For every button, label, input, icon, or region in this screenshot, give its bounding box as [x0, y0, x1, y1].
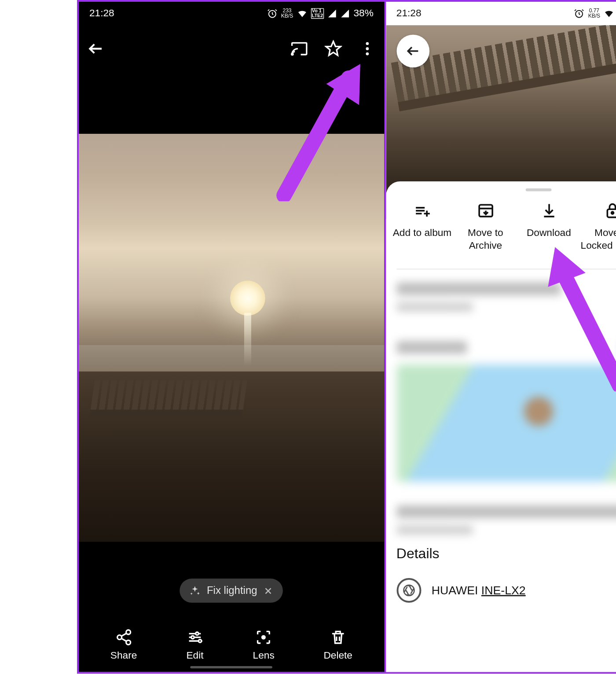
- net-speed: 0.77 KB/S: [588, 8, 600, 19]
- status-bar: 21:28 0.77 KB/S Vo 1LTE2 38%: [386, 2, 616, 25]
- alarm-icon: [267, 8, 278, 19]
- svg-point-6: [117, 635, 121, 640]
- signal-icon-1: [328, 9, 337, 18]
- svg-point-9: [191, 636, 194, 639]
- photo-details-screen: 21:28 0.77 KB/S Vo 1LTE2 38%: [386, 2, 616, 672]
- back-button[interactable]: [396, 35, 429, 68]
- wifi-icon: [297, 8, 307, 19]
- location-heading: [396, 341, 467, 354]
- status-bar: 21:28 233 KB/S Vo 1LTE2: [79, 2, 384, 25]
- status-time: 21:28: [396, 7, 422, 19]
- signal-icon-2: [341, 9, 350, 18]
- photo-content[interactable]: [79, 134, 384, 541]
- svg-point-2: [366, 42, 369, 45]
- share-button[interactable]: Share: [110, 629, 137, 662]
- address-line: [396, 505, 616, 518]
- nav-handle[interactable]: [191, 666, 273, 668]
- date-label: [396, 282, 561, 295]
- bottom-sheet: Add to album Move to Archive Download Mo…: [386, 181, 616, 672]
- lte-badge: Vo 1LTE2: [311, 8, 324, 19]
- photo-top-bar: [79, 25, 384, 72]
- back-button[interactable]: [87, 40, 105, 58]
- details-heading: Details: [386, 535, 616, 562]
- svg-point-1: [291, 53, 293, 55]
- svg-point-15: [611, 212, 613, 214]
- svg-point-5: [126, 630, 130, 634]
- svg-point-10: [198, 640, 202, 643]
- move-to-archive-button[interactable]: Move to Archive: [454, 202, 517, 253]
- device-info-row: HUAWEI INE-LX2: [386, 562, 616, 603]
- svg-point-4: [366, 52, 369, 55]
- address-sub: [396, 525, 473, 534]
- drag-handle[interactable]: [525, 188, 551, 192]
- location-map[interactable]: [396, 365, 616, 482]
- photo-bottom-bar: Share Edit Lens Delete: [79, 629, 384, 662]
- alarm-icon: [574, 8, 585, 19]
- delete-button[interactable]: Delete: [323, 629, 352, 662]
- more-icon[interactable]: [358, 40, 376, 58]
- svg-point-11: [261, 635, 266, 640]
- svg-point-3: [366, 47, 369, 50]
- battery-text: 38%: [353, 7, 373, 19]
- svg-point-8: [196, 632, 199, 635]
- add-to-album-button[interactable]: Add to album: [390, 202, 454, 253]
- lens-button[interactable]: Lens: [253, 629, 275, 662]
- svg-point-7: [126, 640, 130, 645]
- action-row: Add to album Move to Archive Download Mo…: [386, 202, 616, 253]
- suggestion-chip[interactable]: Fix lighting: [180, 578, 283, 603]
- status-time: 21:28: [89, 7, 114, 19]
- net-speed: 233 KB/S: [281, 8, 293, 19]
- device-text: HUAWEI INE-LX2: [432, 584, 526, 597]
- download-button[interactable]: Download: [517, 202, 580, 253]
- sparkle-icon: [189, 585, 201, 597]
- photo-view-screen: 21:28 233 KB/S Vo 1LTE2: [79, 2, 386, 672]
- cast-icon[interactable]: [290, 40, 308, 58]
- close-icon[interactable]: [263, 586, 274, 596]
- edit-button[interactable]: Edit: [186, 629, 204, 662]
- favorite-icon[interactable]: [324, 40, 342, 58]
- move-to-locked-button[interactable]: Move to Locked Folder: [580, 202, 616, 253]
- chip-label: Fix lighting: [207, 585, 257, 597]
- caption-label: [396, 302, 473, 312]
- wifi-icon: [604, 8, 614, 19]
- aperture-icon: [396, 578, 421, 603]
